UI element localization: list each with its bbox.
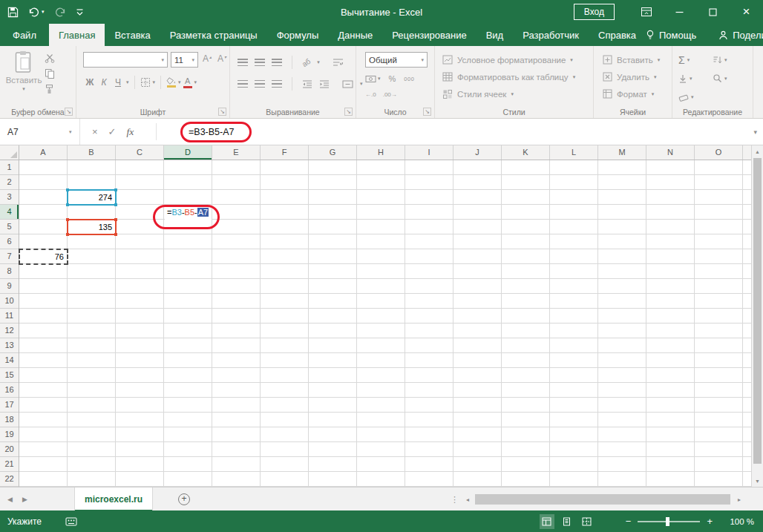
- normal-view-icon[interactable]: [540, 514, 554, 529]
- page-layout-view-icon[interactable]: [560, 514, 574, 529]
- fill-handle[interactable]: [114, 233, 117, 236]
- expand-formula-bar-icon[interactable]: ▾: [753, 119, 757, 145]
- font-name-combobox[interactable]: ▾: [83, 52, 168, 68]
- borders-icon[interactable]: [140, 77, 151, 88]
- zoom-out-icon[interactable]: −: [626, 516, 632, 526]
- tab-file[interactable]: Файл: [0, 24, 49, 46]
- find-select-button[interactable]: ▾: [713, 69, 727, 88]
- underline-dropdown-icon[interactable]: ▾: [126, 79, 129, 85]
- font-color-dropdown-icon[interactable]: ▾: [194, 79, 197, 85]
- fill-handle[interactable]: [66, 203, 69, 206]
- zoom-slider-thumb[interactable]: [666, 517, 669, 526]
- row-header-2[interactable]: 2: [0, 175, 19, 190]
- column-header-E[interactable]: E: [212, 145, 261, 160]
- column-header-F[interactable]: F: [261, 145, 309, 160]
- fill-handle[interactable]: [114, 203, 117, 206]
- dialog-launcher-icon[interactable]: ↘: [65, 108, 73, 116]
- name-box[interactable]: A7 ▾: [0, 119, 80, 145]
- ribbon-tab[interactable]: Справка: [589, 24, 646, 46]
- row-header-13[interactable]: 13: [0, 338, 19, 353]
- fill-handle[interactable]: [66, 188, 69, 191]
- undo-icon[interactable]: ▾: [28, 7, 45, 17]
- dialog-launcher-icon[interactable]: ↘: [344, 108, 353, 116]
- fill-handle[interactable]: [114, 188, 117, 191]
- fill-color-icon[interactable]: [166, 77, 176, 88]
- column-header-O[interactable]: O: [695, 145, 743, 160]
- row-header-9[interactable]: 9: [0, 279, 19, 294]
- column-header-D[interactable]: D: [164, 145, 212, 160]
- fill-handle[interactable]: [66, 233, 69, 236]
- increase-font-size-icon[interactable]: А▴: [203, 53, 212, 64]
- paste-dropdown-icon[interactable]: ▾: [22, 86, 25, 92]
- sheet-nav-left-icon[interactable]: ◀: [7, 487, 13, 511]
- align-right-icon[interactable]: [272, 80, 282, 88]
- align-middle-icon[interactable]: [255, 59, 265, 67]
- vertical-scrollbar[interactable]: ▲ ▼: [751, 145, 763, 487]
- insert-function-icon[interactable]: fx: [127, 126, 134, 138]
- align-top-icon[interactable]: [238, 59, 248, 67]
- paste-button[interactable]: Вставить ▾: [6, 50, 42, 92]
- bold-button[interactable]: Ж: [84, 77, 96, 88]
- dialog-launcher-icon[interactable]: ↘: [423, 108, 431, 116]
- cells-area[interactable]: 27413576=B3-B5-A7: [19, 160, 751, 487]
- zoom-level-text[interactable]: 100 %: [726, 517, 754, 526]
- row-header-22[interactable]: 22: [0, 472, 19, 487]
- ribbon-tab[interactable]: Вид: [477, 24, 514, 46]
- close-button[interactable]: ×: [730, 0, 763, 24]
- cell-D4-formula-edit[interactable]: =B3-B5-A7: [165, 206, 212, 220]
- name-box-dropdown-icon[interactable]: ▾: [69, 129, 72, 135]
- scroll-down-icon[interactable]: ▼: [752, 475, 763, 487]
- hscroll-left-icon[interactable]: ◂: [462, 493, 474, 505]
- dialog-launcher-icon[interactable]: ↘: [218, 108, 226, 116]
- undo-dropdown-icon[interactable]: ▾: [42, 9, 45, 15]
- column-header-C[interactable]: C: [116, 145, 164, 160]
- share-button[interactable]: Поделиться: [718, 30, 763, 41]
- row-header-19[interactable]: 19: [0, 427, 19, 442]
- decrease-font-size-icon[interactable]: А▾: [217, 53, 226, 64]
- sort-filter-button[interactable]: ▾: [713, 50, 727, 69]
- copy-icon[interactable]: [45, 68, 55, 79]
- column-header-B[interactable]: B: [68, 145, 116, 160]
- align-bottom-icon[interactable]: [272, 59, 282, 67]
- row-header-1[interactable]: 1: [0, 160, 19, 175]
- row-header-4[interactable]: 4: [0, 205, 19, 220]
- comma-style-button[interactable]: 000: [404, 76, 414, 82]
- column-header-M[interactable]: M: [598, 145, 646, 160]
- increase-decimal-icon[interactable]: ←.0: [365, 91, 376, 98]
- vertical-scrollbar-thumb[interactable]: [753, 158, 762, 464]
- cells-item[interactable]: Удалить▾: [603, 68, 660, 85]
- row-header-3[interactable]: 3: [0, 190, 19, 205]
- zoom-in-icon[interactable]: +: [707, 516, 713, 526]
- autosum-button[interactable]: Σ ▾: [678, 50, 694, 69]
- wrap-text-icon[interactable]: [333, 58, 344, 67]
- orientation-dropdown-icon[interactable]: ▾: [317, 59, 320, 65]
- clear-button[interactable]: ▾: [678, 88, 694, 106]
- decrease-indent-icon[interactable]: [302, 80, 312, 88]
- macro-record-icon[interactable]: [65, 517, 77, 526]
- increase-indent-icon[interactable]: [319, 80, 330, 88]
- save-icon[interactable]: [7, 7, 19, 18]
- row-header-12[interactable]: 12: [0, 324, 19, 338]
- underline-button[interactable]: Ч: [112, 77, 124, 88]
- styles-item[interactable]: Условное форматирование▾: [442, 51, 575, 68]
- fill-button[interactable]: ▾: [678, 69, 694, 88]
- fill-handle[interactable]: [66, 218, 69, 221]
- row-header-20[interactable]: 20: [0, 442, 19, 457]
- select-all-corner[interactable]: [0, 145, 19, 160]
- row-header-7[interactable]: 7: [0, 249, 19, 264]
- column-header-K[interactable]: K: [502, 145, 550, 160]
- column-header-G[interactable]: G: [309, 145, 357, 160]
- merge-center-icon[interactable]: [342, 80, 353, 88]
- row-header-6[interactable]: 6: [0, 234, 19, 249]
- row-header-8[interactable]: 8: [0, 264, 19, 279]
- sign-in-button[interactable]: Вход: [574, 4, 615, 20]
- scroll-up-icon[interactable]: ▲: [752, 145, 763, 157]
- align-center-icon[interactable]: [255, 80, 265, 88]
- font-color-icon[interactable]: А: [183, 77, 192, 88]
- ribbon-tab[interactable]: Данные: [328, 24, 382, 46]
- number-format-combobox[interactable]: Общий ▾: [365, 52, 428, 68]
- align-left-icon[interactable]: [238, 80, 248, 88]
- row-header-16[interactable]: 16: [0, 383, 19, 398]
- redo-icon[interactable]: [54, 7, 66, 17]
- styles-item[interactable]: Стили ячеек▾: [442, 85, 575, 102]
